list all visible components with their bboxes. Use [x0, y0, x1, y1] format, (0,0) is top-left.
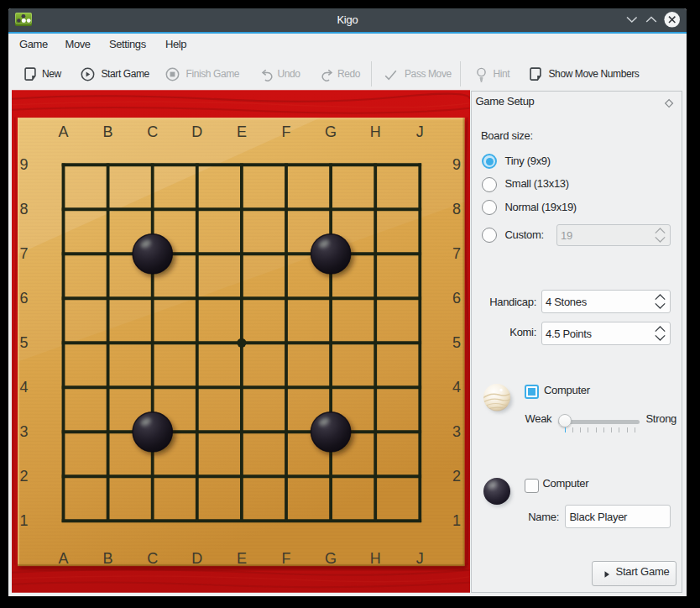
svg-text:6: 6: [19, 290, 28, 307]
svg-text:E: E: [236, 123, 246, 139]
svg-text:2: 2: [19, 468, 28, 485]
svg-text:J: J: [415, 550, 423, 567]
svg-text:F: F: [281, 550, 290, 567]
svg-text:B: B: [102, 550, 112, 567]
svg-text:4: 4: [452, 379, 460, 396]
svg-text:G: G: [325, 123, 337, 139]
svg-text:3: 3: [452, 423, 460, 440]
svg-text:8: 8: [452, 201, 460, 218]
svg-text:9: 9: [19, 156, 28, 173]
svg-text:7: 7: [452, 245, 460, 262]
svg-text:A: A: [58, 123, 68, 139]
svg-text:1: 1: [452, 512, 460, 529]
svg-text:D: D: [191, 550, 202, 567]
svg-text:6: 6: [452, 290, 460, 307]
svg-text:J: J: [415, 123, 423, 139]
svg-text:D: D: [191, 123, 202, 139]
svg-text:H: H: [369, 550, 380, 567]
svg-text:F: F: [281, 123, 290, 139]
svg-text:7: 7: [19, 245, 28, 262]
svg-text:G: G: [325, 550, 337, 567]
svg-text:8: 8: [19, 201, 28, 218]
svg-text:4: 4: [19, 379, 28, 396]
svg-text:B: B: [102, 123, 112, 139]
svg-text:E: E: [236, 550, 246, 567]
svg-text:5: 5: [452, 334, 460, 351]
svg-text:A: A: [58, 550, 68, 567]
svg-text:C: C: [147, 123, 158, 139]
svg-text:2: 2: [452, 468, 460, 485]
svg-text:H: H: [369, 123, 380, 139]
svg-text:5: 5: [19, 334, 28, 351]
svg-text:9: 9: [452, 156, 460, 173]
svg-text:1: 1: [19, 512, 28, 529]
svg-text:C: C: [147, 550, 158, 567]
svg-text:3: 3: [19, 423, 28, 440]
